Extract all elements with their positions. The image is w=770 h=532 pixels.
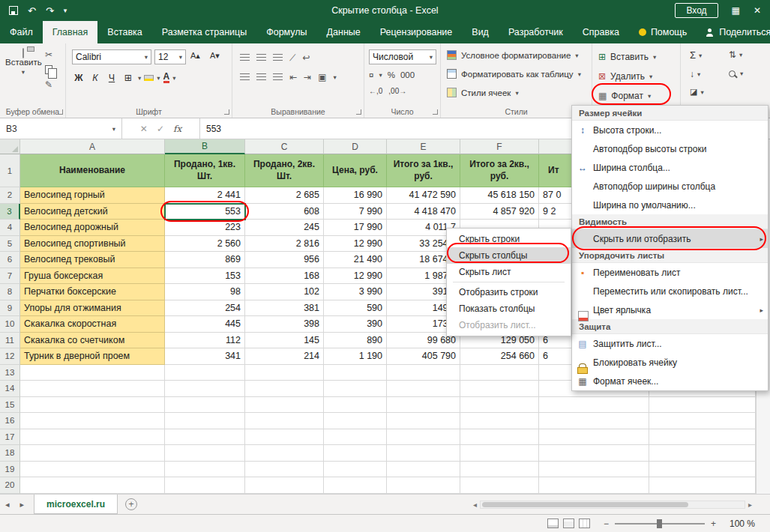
chevron-down-icon[interactable]: ▾ [138,74,141,82]
cell-b13[interactable] [165,365,245,381]
cell-b18[interactable] [165,445,245,462]
cell-b17[interactable] [165,429,245,446]
customize-qat-icon[interactable]: ▾ [64,7,67,14]
enter-icon[interactable]: ✓ [157,124,164,134]
cell-f16[interactable] [460,413,539,429]
hscroll-left-icon[interactable]: ◂ [470,501,480,509]
hscroll-thumb[interactable] [482,502,688,507]
cell-c4[interactable]: 245 [245,220,324,236]
number-format-combo[interactable]: Числовой ▾ [369,49,436,64]
cell-c11[interactable]: 145 [245,333,324,349]
add-sheet-button[interactable]: + [125,495,137,514]
row-header-18[interactable]: 18 [0,445,20,462]
cell-c3[interactable]: 608 [245,204,324,220]
cell-e17[interactable] [387,429,460,446]
cell-a2[interactable]: Велосипед горный [20,187,165,204]
cell-f12[interactable]: 254 660 [460,348,539,365]
font-color-icon[interactable]: А [163,72,170,83]
menu-item[interactable]: ↔Ширина столбца... [572,158,768,177]
cell-f14[interactable] [460,381,539,397]
cell-h16[interactable] [649,413,756,429]
cell-d19[interactable] [324,462,387,478]
cell-a20[interactable] [20,477,165,494]
zoom-slider[interactable] [615,523,705,525]
cell-e19[interactable] [387,462,460,478]
insert-cells-button[interactable]: ⊞ Вставить ▾ [598,49,656,65]
borders-icon[interactable]: ⊞ [121,70,135,85]
cell-d9[interactable]: 590 [324,300,387,317]
row-header-2[interactable]: 2 [0,187,20,204]
share-button[interactable]: Поделиться [697,21,770,43]
tab-insert[interactable]: Вставка [97,21,151,43]
cell-c15[interactable] [245,397,324,414]
row-header-13[interactable]: 13 [0,365,20,381]
cell-g15[interactable] [539,397,649,414]
cell-d11[interactable]: 890 [324,333,387,349]
row-header-8[interactable]: 8 [0,284,20,300]
zoom-in-icon[interactable]: + [711,519,716,529]
row-header-17[interactable]: 17 [0,429,20,446]
undo-icon[interactable]: ↶ [28,5,36,16]
cell-a15[interactable] [20,397,165,414]
cell-a11[interactable]: Скакалка со счетчиком [20,333,165,349]
chevron-down-icon[interactable]: ▾ [172,74,175,82]
cell-c17[interactable] [245,429,324,446]
cell-d12[interactable]: 1 190 [324,348,387,365]
row-header-3[interactable]: 3 [0,204,20,220]
align-middle-icon[interactable] [256,54,266,61]
submenu-item[interactable]: Скрыть столбцы [447,247,571,264]
cell-styles-button[interactable]: Стили ячеек ▾ [447,88,519,97]
tab-review[interactable]: Рецензирование [370,21,463,43]
cell-a17[interactable] [20,429,165,446]
sheet-nav-right-icon[interactable]: ▸ [15,495,30,514]
cell-c19[interactable] [245,462,324,478]
increase-decimal-icon[interactable]: ←,0 [369,87,382,95]
menu-item[interactable]: Ширина по умолчанию... [572,196,768,214]
cell-f18[interactable] [460,445,539,462]
row-header-16[interactable]: 16 [0,413,20,429]
tab-help[interactable]: Справка [573,21,629,43]
cell-a8[interactable]: Перчатки боксерские [20,284,165,300]
cell-d20[interactable] [324,477,387,494]
cell-a6[interactable]: Велосипед трековый [20,252,165,268]
cell-d18[interactable] [324,445,387,462]
cell-b15[interactable] [165,397,245,414]
cell-c6[interactable]: 956 [245,252,324,268]
cell-f15[interactable] [460,397,539,414]
tab-home[interactable]: Главная [43,21,98,43]
tab-data[interactable]: Данные [317,21,370,43]
sort-filter-button[interactable]: ⇅ ▾ [729,49,742,60]
name-box[interactable]: B3 ▾ [0,118,122,139]
cell-c14[interactable] [245,381,324,397]
cell-a10[interactable]: Скакалка скоростная [20,316,165,333]
grow-font-icon[interactable]: А▴ [190,51,200,61]
cell-b5[interactable]: 2 560 [165,236,245,253]
chevron-down-icon[interactable]: ▾ [379,71,382,79]
copy-icon[interactable] [45,65,52,74]
row-header-15[interactable]: 15 [0,397,20,414]
cell-f13[interactable] [460,365,539,381]
cell-b10[interactable]: 445 [165,316,245,333]
cell-e2[interactable]: 41 472 590 [387,187,460,204]
cell-e12[interactable]: 405 790 [387,348,460,365]
menu-item[interactable]: Блокировать ячейку [572,353,768,372]
italic-button[interactable]: К [88,70,102,85]
clipboard-dialog-launcher[interactable] [58,109,63,115]
menu-item[interactable]: ▪Переименовать лист [572,263,768,282]
page-layout-view-icon[interactable] [563,519,574,528]
cell-d7[interactable]: 12 990 [324,268,387,285]
cell-d13[interactable] [324,365,387,381]
row-header-6[interactable]: 6 [0,252,20,268]
cell-a14[interactable] [20,381,165,397]
menu-item[interactable]: Автоподбор высоты строки [572,139,768,158]
row-header-10[interactable]: 10 [0,316,20,333]
decrease-decimal-icon[interactable]: ,00→ [388,87,406,95]
row-header-4[interactable]: 4 [0,220,20,236]
select-all-corner[interactable] [0,139,20,154]
tab-formulas[interactable]: Формулы [256,21,316,43]
cell-e13[interactable] [387,365,460,381]
row-header-20[interactable]: 20 [0,477,20,494]
chevron-down-icon[interactable]: ▾ [333,73,336,81]
cell-c5[interactable]: 2 816 [245,236,324,253]
cell-e14[interactable] [387,381,460,397]
